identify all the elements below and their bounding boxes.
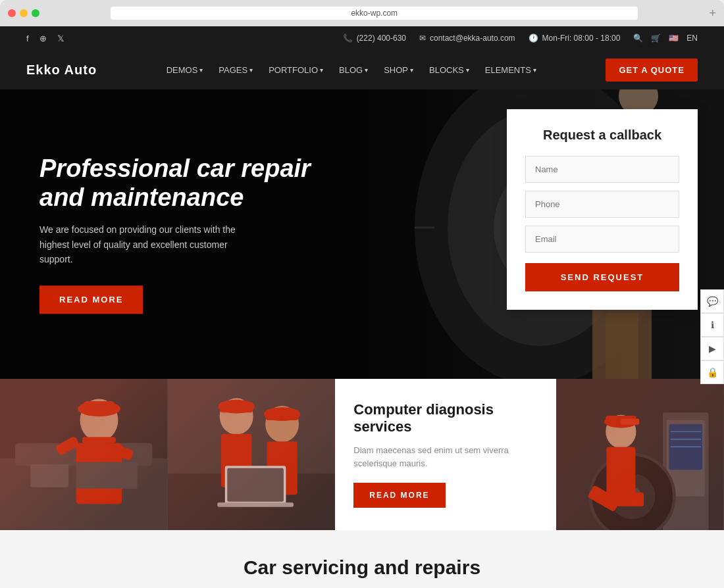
instagram-icon[interactable]: ⊕ <box>39 34 47 43</box>
svg-rect-12 <box>76 443 122 504</box>
new-tab-button[interactable]: + <box>709 7 716 20</box>
svg-rect-30 <box>217 502 294 507</box>
lock-icon[interactable]: 🔒 <box>700 360 724 384</box>
nav-portfolio[interactable]: PORTFOLIO ▾ <box>269 65 323 75</box>
chevron-down-icon: ▾ <box>249 66 253 74</box>
chevron-down-icon: ▾ <box>199 66 203 74</box>
mechanic-image-3 <box>556 379 724 530</box>
service-card-4 <box>556 379 724 530</box>
callback-form-title: Request a callback <box>525 128 679 143</box>
hours-info: 🕐 Mon-Fri: 08:00 - 18:00 <box>529 34 621 43</box>
svg-point-42 <box>623 487 642 506</box>
svg-rect-15 <box>55 435 80 456</box>
flag-icon: 🇺🇸 <box>669 34 679 43</box>
hero-title: Professional car repair and maintenance <box>39 155 316 212</box>
svg-point-10 <box>80 399 118 442</box>
svg-point-43 <box>606 415 636 449</box>
service-card-2 <box>168 379 336 530</box>
chat-icon[interactable]: 💬 <box>700 289 724 313</box>
svg-rect-11 <box>82 437 116 443</box>
svg-rect-9 <box>15 443 152 466</box>
svg-rect-8 <box>0 458 168 530</box>
cart-icon[interactable]: 🛒 <box>651 34 661 43</box>
nav-demos[interactable]: DEMOS ▾ <box>167 65 203 75</box>
close-button[interactable] <box>8 9 16 17</box>
top-actions: 🔍 🛒 🇺🇸 EN <box>633 34 698 43</box>
mechanic-image-1 <box>0 379 168 530</box>
email-icon: ✉ <box>419 34 426 43</box>
svg-rect-32 <box>265 410 299 420</box>
svg-rect-7 <box>0 379 168 530</box>
twitter-icon[interactable]: 𝕏 <box>57 34 64 43</box>
traffic-lights <box>8 9 39 17</box>
svg-rect-33 <box>556 379 724 530</box>
chevron-down-icon: ▾ <box>365 66 368 74</box>
svg-point-27 <box>263 407 300 421</box>
top-bar: f ⊕ 𝕏 📞 (222) 400-630 ✉ contact@ekka-aut… <box>0 26 724 50</box>
email-input[interactable] <box>525 226 679 253</box>
phone-info: 📞 (222) 400-630 <box>343 34 406 43</box>
service-read-more-button[interactable]: READ MORE <box>353 483 445 508</box>
service-card-title: Computer diagnosis services <box>353 401 538 436</box>
facebook-icon[interactable]: f <box>26 34 29 43</box>
svg-rect-28 <box>224 466 286 504</box>
svg-point-13 <box>78 401 120 416</box>
svg-rect-35 <box>667 420 705 497</box>
svg-rect-49 <box>621 419 640 425</box>
navbar: Ekko Auto DEMOS ▾ PAGES ▾ PORTFOLIO ▾ BL… <box>0 50 724 89</box>
send-request-button[interactable]: SEND REQUEST <box>525 263 679 291</box>
svg-rect-29 <box>227 468 284 502</box>
svg-rect-14 <box>84 401 114 412</box>
hero-content: Professional car repair and maintenance … <box>39 155 316 314</box>
maximize-button[interactable] <box>32 9 39 17</box>
svg-rect-45 <box>588 485 621 512</box>
svg-rect-48 <box>606 416 636 425</box>
get-quote-button[interactable]: GET A QUOTE <box>606 59 698 82</box>
svg-point-41 <box>609 474 655 519</box>
svg-rect-31 <box>219 402 253 412</box>
search-icon[interactable]: 🔍 <box>633 34 643 43</box>
svg-point-47 <box>604 416 638 428</box>
chevron-down-icon: ▾ <box>320 66 323 74</box>
clock-icon: 🕐 <box>529 34 538 43</box>
service-text-card: Computer diagnosis services Diam maecena… <box>335 379 556 530</box>
name-input[interactable] <box>525 156 679 183</box>
play-icon[interactable]: ▶ <box>700 337 724 360</box>
mechanic-image-2 <box>168 379 336 530</box>
site-logo[interactable]: Ekko Auto <box>26 62 97 78</box>
nav-blocks[interactable]: BLOCKS ▾ <box>429 65 469 75</box>
nav-elements[interactable]: ELEMENTS ▾ <box>485 65 536 75</box>
svg-rect-34 <box>663 412 708 530</box>
phone-icon: 📞 <box>343 34 353 43</box>
nav-pages[interactable]: PAGES ▾ <box>219 65 253 75</box>
bottom-title: Car servicing and repairs <box>26 556 698 579</box>
language-label[interactable]: EN <box>686 34 698 43</box>
svg-rect-23 <box>221 434 251 487</box>
hero-description: We are focused on providing our clients … <box>39 223 263 267</box>
nav-blog[interactable]: BLOG ▾ <box>339 65 368 75</box>
svg-rect-26 <box>267 441 297 495</box>
minimize-button[interactable] <box>20 9 28 17</box>
services-section: Computer diagnosis services Diam maecena… <box>0 379 724 530</box>
website-container: f ⊕ 𝕏 📞 (222) 400-630 ✉ contact@ekka-aut… <box>0 26 724 588</box>
info-icon[interactable]: ℹ <box>700 313 724 337</box>
hero-section: Professional car repair and maintenance … <box>0 89 724 379</box>
chevron-down-icon: ▾ <box>410 66 413 74</box>
phone-input[interactable] <box>525 191 679 218</box>
svg-point-25 <box>265 406 299 443</box>
address-bar[interactable]: ekko-wp.com <box>111 7 638 20</box>
svg-rect-16 <box>109 443 134 461</box>
nav-shop[interactable]: SHOP ▾ <box>384 65 413 75</box>
email-address: contact@ekka-auto.com <box>430 34 515 43</box>
svg-rect-44 <box>607 447 636 496</box>
hero-read-more-button[interactable]: READ MORE <box>39 285 143 314</box>
service-card-1 <box>0 379 168 530</box>
svg-rect-17 <box>30 464 68 487</box>
side-panel: 💬 ℹ ▶ 🔒 <box>700 289 724 384</box>
svg-point-24 <box>218 400 255 414</box>
bottom-section: Car servicing and repairs Our technician… <box>0 530 724 588</box>
svg-rect-18 <box>76 462 138 489</box>
svg-rect-21 <box>168 474 336 530</box>
chevron-down-icon: ▾ <box>466 66 469 74</box>
callback-form: Request a callback SEND REQUEST <box>507 109 698 310</box>
